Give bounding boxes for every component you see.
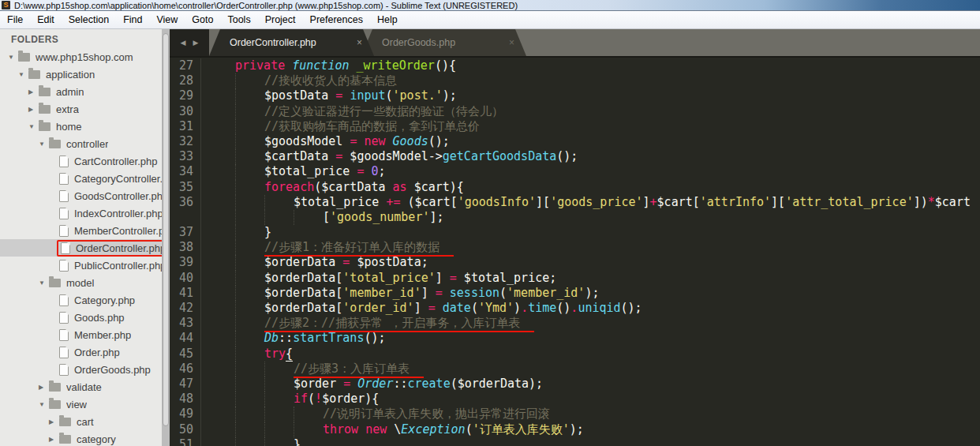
code-line[interactable]: 44Db::startTrans();: [170, 331, 980, 346]
code-line[interactable]: 46//步骤3：入库订单表: [170, 362, 980, 377]
code-line[interactable]: 36$total_price += ($cart['goodsInfo']['g…: [170, 195, 980, 210]
line-number[interactable]: 33: [170, 149, 201, 164]
code-line[interactable]: 29$postData = input('post.');: [170, 88, 980, 103]
tree-item-Category.php[interactable]: Category.php: [0, 291, 162, 309]
code-line[interactable]: 35foreach($cartData as $cart){: [170, 180, 980, 195]
code-text: $cartData = $goodsModel->getCartGoodsDat…: [207, 149, 578, 164]
tree-item-Member.php[interactable]: Member.php: [0, 326, 162, 343]
tab-OrderGoods.php[interactable]: OrderGoods.php×: [361, 29, 526, 56]
code-line[interactable]: 37}: [170, 225, 980, 240]
code-line[interactable]: 28//接收收货人的基本信息: [170, 73, 980, 88]
triangle-down-icon: ▼: [39, 141, 49, 148]
tree-item-OrderController.php[interactable]: OrderController.php: [0, 239, 162, 257]
menu-item-find[interactable]: Find: [116, 13, 149, 27]
line-number[interactable]: 34: [170, 164, 201, 179]
tab-scroll-right-icon[interactable]: ▶: [193, 39, 199, 47]
tab-OrderController.php[interactable]: OrderController.php×: [209, 29, 374, 56]
sidebar-scrollbar[interactable]: [162, 29, 170, 446]
tree-item-GoodsController.php[interactable]: GoodsController.php: [0, 187, 162, 204]
code-line[interactable]: 43//步骤2：//捕获异常 ，开启事务，入库订单表: [170, 316, 980, 331]
code-line[interactable]: 40$orderData['total_price'] = $total_pri…: [170, 271, 980, 286]
tree-item-IndexController.php[interactable]: IndexController.php: [0, 204, 162, 222]
code-line[interactable]: 34$total_price = 0;: [170, 164, 980, 179]
code-token: ): [514, 301, 521, 315]
line-number[interactable]: 47: [170, 377, 201, 392]
code-line[interactable]: 48if(!$order){: [170, 392, 980, 407]
tree-item-controller[interactable]: ▼controller: [0, 135, 162, 152]
tree-item-admin[interactable]: ▶admin: [0, 83, 162, 100]
menu-item-project[interactable]: Project: [258, 13, 303, 27]
tree-item-application[interactable]: ▼application: [0, 66, 162, 83]
line-number[interactable]: 35: [170, 180, 201, 195]
tree-item-Goods.php[interactable]: Goods.php: [0, 309, 162, 326]
line-number[interactable]: 28: [170, 73, 201, 88]
tree-item-cart[interactable]: ▶cart: [0, 413, 162, 430]
tree-item-label: Goods.php: [74, 312, 125, 324]
line-number[interactable]: 36: [170, 195, 201, 210]
code-line[interactable]: 39$orderData = $postData;: [170, 255, 980, 270]
code-line[interactable]: 32$goodsModel = new Goods();: [170, 134, 980, 149]
code-line[interactable]: 51}: [170, 437, 980, 446]
menu-item-selection[interactable]: Selection: [62, 13, 116, 27]
code-line[interactable]: 38//步骤1：准备好订单入库的数据: [170, 240, 980, 255]
menu-item-edit[interactable]: Edit: [30, 13, 62, 27]
tree-item-MemberController.php[interactable]: MemberController.php: [0, 222, 162, 239]
code-line[interactable]: 49//说明订单表入库失败，抛出异常进行回滚: [170, 407, 980, 422]
menu-item-help[interactable]: Help: [370, 13, 405, 27]
code-line[interactable]: ['goods_number'];: [170, 210, 980, 225]
line-number[interactable]: 37: [170, 225, 201, 240]
line-number[interactable]: 50: [170, 422, 201, 437]
code-line[interactable]: 31//获取购物车商品的数据，拿到订单总价: [170, 119, 980, 134]
tree-item-view[interactable]: ▼view: [0, 395, 162, 413]
tree-item-CategoryController.php[interactable]: CategoryController.php: [0, 170, 162, 187]
menu-item-preferences[interactable]: Preferences: [303, 13, 370, 27]
sidebar-scrollbar-thumb[interactable]: [163, 33, 169, 426]
code-line[interactable]: 27private function _writeOrder(){: [170, 58, 980, 73]
line-number[interactable]: 45: [170, 347, 201, 362]
tree-item-www.php15shop.com[interactable]: ▼www.php15shop.com: [0, 48, 162, 66]
line-number[interactable]: 40: [170, 271, 201, 286]
line-number[interactable]: 32: [170, 134, 201, 149]
line-number[interactable]: 43: [170, 316, 201, 331]
line-number[interactable]: 42: [170, 301, 201, 316]
code-token: $cart[: [657, 195, 700, 209]
tree-item-validate[interactable]: ▶validate: [0, 378, 162, 395]
tree-item-model[interactable]: ▼model: [0, 274, 162, 291]
tree-item-Order.php[interactable]: Order.php: [0, 343, 162, 361]
line-number[interactable]: 27: [170, 58, 201, 73]
line-number[interactable]: 39: [170, 255, 201, 270]
line-number[interactable]: 46: [170, 362, 201, 377]
line-number[interactable]: 41: [170, 286, 201, 301]
line-number[interactable]: 31: [170, 119, 201, 134]
tree-item-home[interactable]: ▼home: [0, 118, 162, 135]
line-number[interactable]: 48: [170, 392, 201, 407]
tree-item-category[interactable]: ▶category: [0, 430, 162, 446]
line-number[interactable]: 38: [170, 240, 201, 255]
tab-scroll-left-icon[interactable]: ◀: [181, 39, 186, 47]
line-number[interactable]: [170, 210, 201, 225]
code-line[interactable]: 45try{: [170, 347, 980, 362]
close-tab-icon[interactable]: ×: [509, 37, 514, 48]
menu-item-file[interactable]: File: [0, 13, 30, 27]
line-number[interactable]: 29: [170, 88, 201, 103]
menu-item-goto[interactable]: Goto: [185, 13, 220, 27]
line-number[interactable]: 49: [170, 407, 201, 422]
comment-text: //获取购物车商品的数据，拿到订单总价: [264, 119, 480, 133]
code-line[interactable]: 41$orderData['member_id'] = session('mem…: [170, 286, 980, 301]
tree-item-CartController.php[interactable]: CartController.php: [0, 152, 162, 170]
menu-item-view[interactable]: View: [149, 13, 185, 27]
code-line[interactable]: 47$order = Order::create($orderData);: [170, 377, 980, 392]
code-line[interactable]: 30//定义验证器进行一些数据的验证（待会儿）: [170, 104, 980, 119]
line-number[interactable]: 30: [170, 104, 201, 119]
code-line[interactable]: 33$cartData = $goodsModel->getCartGoodsD…: [170, 149, 980, 164]
line-number[interactable]: 44: [170, 331, 201, 346]
close-tab-icon[interactable]: ×: [357, 37, 362, 48]
menu-item-tools[interactable]: Tools: [220, 13, 257, 27]
code-area[interactable]: 27private function _writeOrder(){28//接收收…: [170, 58, 980, 446]
tree-item-OrderGoods.php[interactable]: OrderGoods.php: [0, 361, 162, 378]
tree-item-extra[interactable]: ▶extra: [0, 100, 162, 118]
code-line[interactable]: 42$orderData['order_id'] = date('Ymd').t…: [170, 301, 980, 316]
tree-item-PublicController.php[interactable]: PublicController.php: [0, 257, 162, 274]
code-line[interactable]: 50throw new \Exception('订单表入库失败');: [170, 422, 980, 437]
line-number[interactable]: 51: [170, 437, 201, 446]
